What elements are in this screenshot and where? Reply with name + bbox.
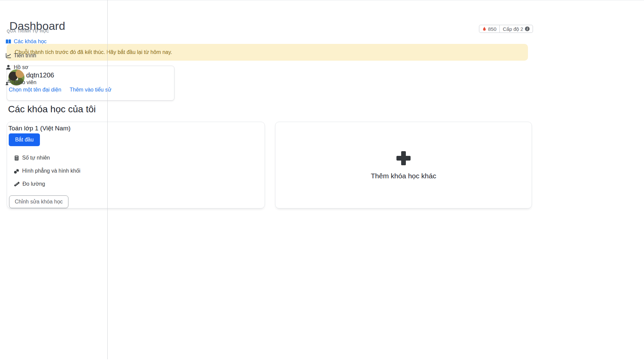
sidebar-item-profile[interactable]: Hồ sơ: [5, 64, 28, 71]
sidebar-item-label: Giáo viên: [14, 79, 37, 85]
streak-count: 850: [488, 26, 496, 32]
profile-username: dqtn1206: [26, 71, 54, 79]
unit-label: Số tự nhiên: [22, 155, 50, 161]
level-label: Cấp độ 2: [503, 26, 523, 32]
level-badge[interactable]: Cấp độ 2 i: [500, 25, 533, 33]
course-card: Toán lớp 1 (Việt Nam) Bắt đầu Số tự nhiê…: [7, 122, 265, 208]
sidebar-item-courses[interactable]: Các khóa học: [5, 38, 47, 45]
unit-row-natural-numbers[interactable]: Số tự nhiên: [14, 155, 50, 161]
add-course-label: Thêm khóa học khác: [371, 172, 436, 180]
calculator-icon: [14, 155, 19, 161]
unit-row-shapes[interactable]: Hình phẳng và hình khối: [14, 168, 80, 174]
streak-ended-banner: Chuỗi thành tích trước đó đã kết thúc. H…: [7, 44, 528, 61]
plus-icon: [396, 150, 411, 166]
teacher-icon: [5, 79, 11, 85]
my-courses-heading: Các khóa học của tôi: [8, 104, 96, 115]
sidebar-item-progress[interactable]: Tiến trình: [5, 52, 36, 59]
profile-links: Chọn một tên đại diện Thêm vào tiểu sử: [9, 87, 111, 93]
course-title[interactable]: Toán lớp 1 (Việt Nam): [8, 125, 70, 132]
info-icon[interactable]: i: [525, 26, 530, 31]
top-border: [0, 0, 644, 0]
unit-label: Đo lường: [22, 181, 45, 187]
sidebar-divider: [107, 0, 108, 359]
shapes-icon: [14, 168, 19, 174]
add-bio-link[interactable]: Thêm vào tiểu sử: [70, 87, 112, 93]
sidebar-item-label: Các khóa học: [14, 39, 47, 45]
add-course-card[interactable]: Thêm khóa học khác: [275, 122, 532, 208]
sidebar-item-label: Hồ sơ: [14, 64, 28, 70]
sidebar-item-teacher[interactable]: Giáo viên: [5, 79, 37, 86]
start-button[interactable]: Bắt đầu: [9, 133, 40, 146]
sidebar-section-label: QUÁ TRÌNH TỰ HỌC: [7, 29, 49, 34]
flame-icon: [482, 26, 486, 32]
book-icon: [5, 39, 11, 45]
person-icon: [5, 64, 11, 70]
ruler-icon: [14, 181, 20, 187]
streak-badge[interactable]: 850: [479, 25, 500, 33]
stats-badges: 850 Cấp độ 2 i: [479, 25, 533, 33]
unit-label: Hình phẳng và hình khối: [22, 168, 80, 174]
sidebar-item-label: Tiến trình: [14, 53, 36, 59]
choose-avatar-link[interactable]: Chọn một tên đại diện: [9, 87, 61, 93]
progress-chart-icon: [5, 53, 11, 59]
edit-course-button[interactable]: Chỉnh sửa khóa học: [9, 195, 68, 208]
unit-row-measurement[interactable]: Đo lường: [14, 181, 45, 187]
dashboard-page: Dashboard 850 Cấp độ 2 i Chuỗi thành tíc…: [0, 0, 644, 362]
